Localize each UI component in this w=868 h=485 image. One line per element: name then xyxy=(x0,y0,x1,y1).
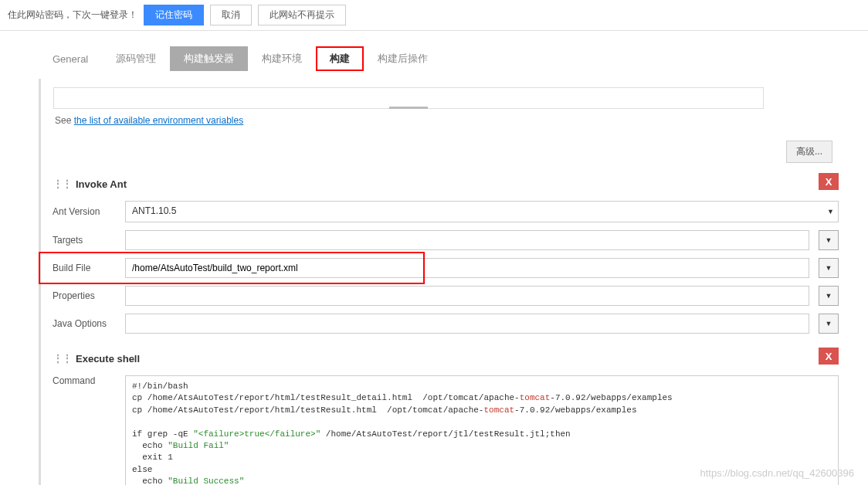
ant-version-row: Ant Version ANT1.10.5 ▼ xyxy=(53,201,839,222)
java-options-input[interactable] xyxy=(125,314,809,334)
command-textarea[interactable]: #!/bin/bash cp /home/AtsAutoTest/report/… xyxy=(125,375,839,485)
advanced-row: 高级... xyxy=(53,141,832,163)
resize-handle[interactable] xyxy=(389,107,428,109)
properties-input[interactable] xyxy=(125,286,809,306)
tab-general[interactable]: General xyxy=(39,48,102,70)
notification-text: 住此网站密码，下次一键登录！ xyxy=(8,8,137,22)
tab-env[interactable]: 构建环境 xyxy=(248,46,316,71)
delete-execute-shell-button[interactable]: X xyxy=(819,348,839,365)
tab-triggers[interactable]: 构建触发器 xyxy=(170,46,248,71)
command-label: Command xyxy=(53,375,116,386)
tab-source[interactable]: 源码管理 xyxy=(102,46,170,71)
env-help-line: See the list of available environment va… xyxy=(55,115,829,126)
targets-input[interactable] xyxy=(125,230,809,250)
password-save-notification: 住此网站密码，下次一键登录！ 记住密码 取消 此网站不再提示 xyxy=(0,0,868,31)
tab-build[interactable]: 构建 xyxy=(316,46,364,71)
delete-invoke-ant-button[interactable]: X xyxy=(819,173,839,190)
content-area: See the list of available environment va… xyxy=(39,79,829,485)
targets-label: Targets xyxy=(53,235,116,246)
env-textarea[interactable] xyxy=(53,87,764,109)
targets-dropdown-button[interactable]: ▼ xyxy=(819,230,839,250)
advanced-button[interactable]: 高级... xyxy=(786,141,832,163)
java-options-row: Java Options ▼ xyxy=(53,314,839,334)
build-file-input[interactable] xyxy=(125,258,809,278)
see-text: See xyxy=(55,115,74,126)
java-options-label: Java Options xyxy=(53,318,116,329)
invoke-ant-title: Invoke Ant xyxy=(76,178,127,190)
ant-version-label: Ant Version xyxy=(53,206,116,217)
build-file-row: Build File ▼ xyxy=(53,258,839,278)
env-variables-link[interactable]: the list of available environment variab… xyxy=(74,115,243,126)
execute-shell-block: ⋮⋮ Execute shell X Command #!/bin/bash c… xyxy=(53,349,839,485)
env-section: See the list of available environment va… xyxy=(53,79,829,134)
remember-password-button[interactable]: 记住密码 xyxy=(144,5,204,25)
tab-post[interactable]: 构建后操作 xyxy=(364,46,442,71)
invoke-ant-header: ⋮⋮ Invoke Ant xyxy=(53,175,839,193)
cancel-button[interactable]: 取消 xyxy=(210,5,252,25)
invoke-ant-block: ⋮⋮ Invoke Ant X Ant Version ANT1.10.5 ▼ … xyxy=(53,175,839,334)
javaoptions-dropdown-button[interactable]: ▼ xyxy=(819,314,839,334)
targets-row: Targets ▼ xyxy=(53,230,839,250)
properties-label: Properties xyxy=(53,290,116,301)
drag-handle-icon[interactable]: ⋮⋮ xyxy=(53,178,71,190)
config-tabs: General 源码管理 构建触发器 构建环境 构建 构建后操作 xyxy=(39,46,829,71)
ant-version-select-wrapper: ANT1.10.5 ▼ xyxy=(125,201,839,222)
ant-version-select[interactable]: ANT1.10.5 xyxy=(125,201,839,222)
properties-row: Properties ▼ xyxy=(53,286,839,306)
execute-shell-title: Execute shell xyxy=(76,353,140,365)
command-row: Command #!/bin/bash cp /home/AtsAutoTest… xyxy=(53,375,839,485)
execute-shell-header: ⋮⋮ Execute shell xyxy=(53,349,839,368)
dismiss-site-button[interactable]: 此网站不再提示 xyxy=(258,5,346,25)
buildfile-dropdown-button[interactable]: ▼ xyxy=(819,258,839,278)
build-file-label: Build File xyxy=(53,263,116,273)
drag-handle-icon[interactable]: ⋮⋮ xyxy=(53,352,71,365)
properties-dropdown-button[interactable]: ▼ xyxy=(819,286,839,306)
